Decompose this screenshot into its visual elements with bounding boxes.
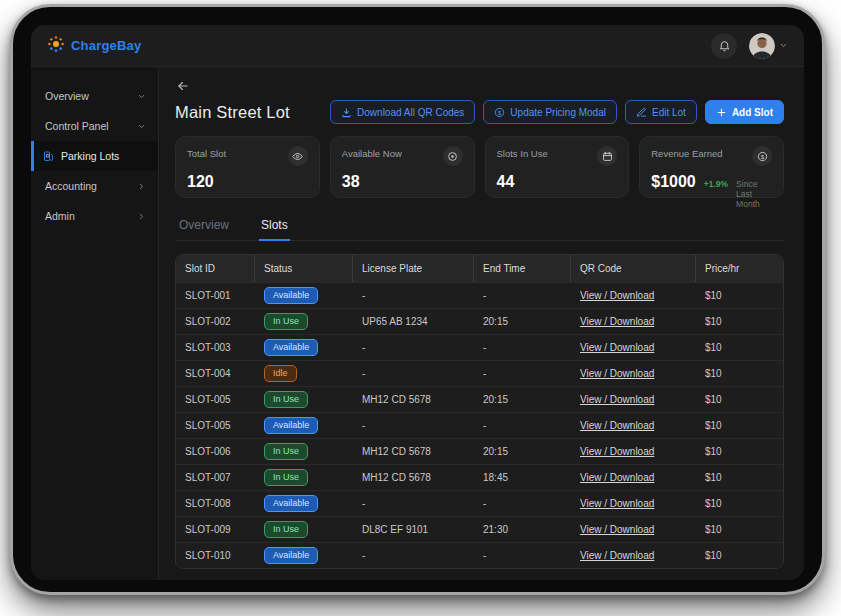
brand-logo: ChargeBay [47, 35, 141, 57]
status-badge: In Use [264, 391, 308, 409]
update-pricing-modal-button[interactable]: $Update Pricing Modal [483, 100, 617, 124]
sidebar-item-accounting[interactable]: Accounting [31, 171, 158, 201]
tab-overview[interactable]: Overview [177, 214, 231, 240]
license-plate-cell: - [353, 550, 474, 561]
app-screen: ChargeBay OverviewControl PanelParking L… [31, 25, 804, 580]
qr-view-download-link[interactable]: View / Download [580, 524, 654, 535]
stat-card-total-slot: Total Slot120 [175, 136, 320, 198]
qr-view-download-link[interactable]: View / Download [580, 472, 654, 483]
status-cell: Idle [255, 365, 353, 383]
end-time-cell: - [474, 420, 571, 431]
chevron-right-icon [137, 212, 146, 221]
price-cell: $10 [696, 524, 783, 535]
status-cell: Available [255, 339, 353, 357]
sidebar-nav: OverviewControl PanelParking LotsAccount… [31, 67, 159, 580]
stat-card-label: Slots In Use [497, 146, 548, 159]
add-slot-button[interactable]: Add Slot [705, 100, 784, 124]
stat-card-slots-in-use: Slots In Use44 [485, 136, 630, 198]
slot-id-cell: SLOT-007 [176, 472, 255, 483]
qr-view-download-link[interactable]: View / Download [580, 368, 654, 379]
slot-id-cell: SLOT-010 [176, 550, 255, 561]
page-title: Main Street Lot [175, 103, 290, 122]
slot-id-cell: SLOT-004 [176, 368, 255, 379]
topbar-right [711, 33, 788, 59]
qr-code-cell: View / Download [571, 290, 696, 301]
qr-code-cell: View / Download [571, 524, 696, 535]
stat-card-available-now: Available Now38 [330, 136, 475, 198]
table-body: SLOT-001Available--View / Download$10SLO… [176, 282, 783, 568]
qr-view-download-link[interactable]: View / Download [580, 498, 654, 509]
qr-view-download-link[interactable]: View / Download [580, 420, 654, 431]
sidebar-item-label: Parking Lots [61, 150, 119, 162]
slot-id-cell: SLOT-003 [176, 342, 255, 353]
table-header-row: Slot IDStatusLicense PlateEnd TimeQR Cod… [176, 255, 783, 282]
dollar-circle-icon[interactable]: $ [752, 146, 772, 166]
tab-slots[interactable]: Slots [259, 214, 290, 241]
status-cell: Available [255, 547, 353, 565]
slot-id: SLOT-004 [185, 368, 231, 379]
calendar-icon[interactable] [597, 146, 617, 166]
table-row: SLOT-005In UseMH12 CD 567820:15View / Do… [176, 386, 783, 412]
price-cell: $10 [696, 550, 783, 561]
table-row: SLOT-003Available--View / Download$10 [176, 334, 783, 360]
dollar-circle-icon: $ [494, 107, 505, 118]
bell-icon[interactable] [711, 33, 737, 59]
qr-code-cell: View / Download [571, 446, 696, 457]
table-row: SLOT-002In UseUP65 AB 123420:15View / Do… [176, 308, 783, 334]
slot-id: SLOT-003 [185, 342, 231, 353]
price-cell: $10 [696, 290, 783, 301]
download-all-qr-codes-button[interactable]: Download All QR Codes [330, 100, 475, 124]
slot-id-cell: SLOT-006 [176, 446, 255, 457]
end-time-cell: - [474, 368, 571, 379]
button-label: Add Slot [732, 107, 773, 118]
slot-id-cell: SLOT-008 [176, 498, 255, 509]
slot-id-cell: SLOT-001 [176, 290, 255, 301]
stat-card-top: Revenue Earned$ [651, 146, 772, 166]
brand-name: ChargeBay [71, 38, 141, 53]
license-plate-cell: - [353, 498, 474, 509]
qr-view-download-link[interactable]: View / Download [580, 446, 654, 457]
edit-lot-button[interactable]: Edit Lot [625, 100, 697, 124]
price-cell: $10 [696, 498, 783, 509]
user-avatar [749, 33, 775, 59]
table-row: SLOT-008Available--View / Download$10 [176, 490, 783, 516]
tabs: OverviewSlots [175, 214, 784, 241]
device-frame: ChargeBay OverviewControl PanelParking L… [10, 4, 825, 595]
qr-view-download-link[interactable]: View / Download [580, 290, 654, 301]
status-cell: In Use [255, 469, 353, 487]
qr-code-cell: View / Download [571, 420, 696, 431]
stat-delta: +1.9% [704, 179, 728, 189]
price-cell: $10 [696, 420, 783, 431]
sidebar-item-admin[interactable]: Admin [31, 201, 158, 231]
stat-card-value: 44 [497, 173, 515, 191]
chargebay-logo-icon [47, 35, 65, 57]
sidebar-item-parking-lots[interactable]: Parking Lots [31, 141, 158, 171]
qr-code-cell: View / Download [571, 472, 696, 483]
eye-icon[interactable] [288, 146, 308, 166]
target-icon[interactable] [443, 146, 463, 166]
back-arrow-icon[interactable] [175, 79, 195, 93]
qr-view-download-link[interactable]: View / Download [580, 394, 654, 405]
chevron-down-icon [137, 122, 146, 131]
table-row: SLOT-009In UseDL8C EF 910121:30View / Do… [176, 516, 783, 542]
license-plate-cell: - [353, 368, 474, 379]
qr-view-download-link[interactable]: View / Download [580, 550, 654, 561]
stat-card-top: Slots In Use [497, 146, 618, 166]
svg-text:$: $ [760, 153, 763, 159]
stat-card-value-row: 120 [187, 173, 308, 191]
qr-code-cell: View / Download [571, 342, 696, 353]
status-cell: In Use [255, 521, 353, 539]
stat-card-value: 38 [342, 173, 360, 191]
qr-view-download-link[interactable]: View / Download [580, 316, 654, 327]
status-cell: In Use [255, 313, 353, 331]
sidebar-item-overview[interactable]: Overview [31, 81, 158, 111]
stat-card-value: 120 [187, 173, 214, 191]
qr-view-download-link[interactable]: View / Download [580, 342, 654, 353]
end-time-cell: - [474, 498, 571, 509]
status-cell: Available [255, 417, 353, 435]
sidebar-item-control-panel[interactable]: Control Panel [31, 111, 158, 141]
column-header-price-hr: Price/hr [696, 255, 783, 282]
user-menu[interactable] [749, 33, 788, 59]
header-actions: Download All QR Codes$Update Pricing Mod… [330, 100, 784, 124]
column-header-license-plate: License Plate [353, 255, 474, 282]
